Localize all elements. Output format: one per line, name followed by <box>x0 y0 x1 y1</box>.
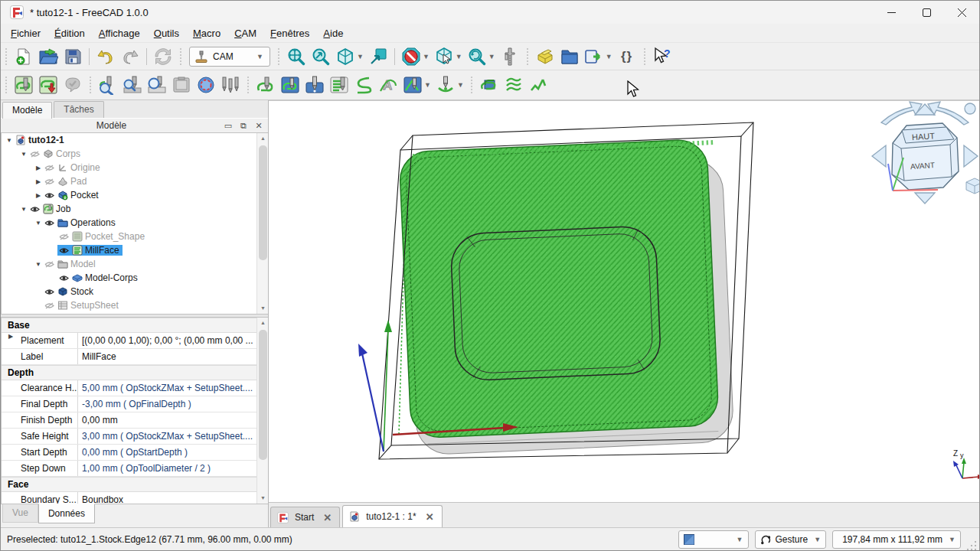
tree-row-stock[interactable]: Stock <box>2 285 268 298</box>
cam-face-button[interactable] <box>327 73 351 96</box>
tree-row-model[interactable]: ▼ Model <box>2 257 268 271</box>
minimize-button[interactable] <box>874 1 909 24</box>
undo-button[interactable] <box>93 45 118 68</box>
new-document-button[interactable] <box>11 45 36 68</box>
menu-macro[interactable]: Macro <box>186 25 227 41</box>
cam-engrave-button[interactable]: A <box>376 73 400 96</box>
zoom-selection-button[interactable] <box>309 45 333 68</box>
navigation-style-selector[interactable]: Gesture ▼ <box>755 530 827 549</box>
tree-row-pocket-shape[interactable]: Pocket_Shape <box>2 230 268 243</box>
measure-button[interactable] <box>498 45 522 68</box>
toolbar-handle[interactable] <box>88 77 93 93</box>
toolbar-handle[interactable] <box>246 77 250 93</box>
expander-icon[interactable]: ▼ <box>19 206 28 213</box>
scroll-up-icon[interactable]: ▲ <box>257 133 268 144</box>
cam-helix-button[interactable] <box>351 73 376 96</box>
expander-icon[interactable]: ▶ <box>8 333 13 340</box>
cam-probe-button[interactable] <box>194 73 218 96</box>
3d-viewport[interactable]: HAUT AVANT <box>269 100 979 502</box>
expression-editor-button[interactable]: {} <box>615 45 639 68</box>
create-part-button[interactable] <box>533 45 557 68</box>
expander-icon[interactable]: ▶ <box>34 192 43 199</box>
menu-outils[interactable]: Outils <box>147 25 186 41</box>
tree-scrollbar[interactable]: ▲ ▼ <box>256 133 268 314</box>
cam-inspect-gcode-button[interactable] <box>96 73 120 96</box>
toolbar-handle[interactable] <box>525 48 530 65</box>
tab-donnees[interactable]: Données <box>38 504 95 523</box>
cam-drilling-button[interactable] <box>302 73 327 96</box>
fit-all-button[interactable] <box>284 45 309 68</box>
cam-array-button[interactable] <box>477 73 501 96</box>
toolbar-handle[interactable] <box>178 48 183 65</box>
selection-view-button[interactable]: ▼ <box>432 45 465 68</box>
navigation-cube[interactable]: HAUT AVANT <box>872 102 979 204</box>
menu-aide[interactable]: Aide <box>316 25 350 41</box>
whats-this-button[interactable]: ? <box>650 45 675 68</box>
expander-icon[interactable]: ▶ <box>34 178 43 185</box>
property-group[interactable]: Base <box>2 318 268 333</box>
toolbar-handle[interactable] <box>469 77 474 93</box>
toolbar-handle[interactable] <box>642 48 647 65</box>
cam-copy-button[interactable] <box>501 73 526 96</box>
toolbar-handle[interactable] <box>4 48 8 65</box>
workbench-selector[interactable]: CAM ▼ <box>189 47 270 67</box>
tab-vue[interactable]: Vue <box>2 504 38 523</box>
toolbar-handle[interactable] <box>4 77 8 93</box>
dock-float-icon[interactable]: ⧉ <box>237 121 250 131</box>
expander-icon[interactable]: ▼ <box>34 220 43 227</box>
menu-fichier[interactable]: Fichier <box>4 25 47 41</box>
cam-simple-copy-button[interactable] <box>526 73 550 96</box>
tree-row-origine[interactable]: ▶ Origine <box>2 161 268 174</box>
expander-icon[interactable]: ▼ <box>34 261 43 268</box>
mdi-tab-document[interactable]: tuto12-1 : 1* ✕ <box>342 505 442 527</box>
dock-minimize-icon[interactable]: ▭ <box>222 121 234 131</box>
dock-close-icon[interactable]: ✕ <box>253 121 265 131</box>
menu-fenetres[interactable]: Fenêtres <box>263 25 316 41</box>
close-tab-icon[interactable]: ✕ <box>322 512 333 523</box>
tree-row-pocket[interactable]: ▶ Pocket <box>2 188 268 202</box>
tree-row-operations[interactable]: ▼ Operations <box>2 216 268 230</box>
menu-cam[interactable]: CAM <box>227 25 263 41</box>
tree-row-corps[interactable]: ▼ Corps <box>2 147 268 161</box>
scroll-down-icon[interactable]: ▼ <box>257 493 268 504</box>
scroll-up-icon[interactable]: ▲ <box>257 318 268 328</box>
cam-profile-button[interactable] <box>253 73 278 96</box>
scroll-down-icon[interactable]: ▼ <box>257 303 268 314</box>
expander-icon[interactable]: ▼ <box>19 151 28 158</box>
property-scrollbar[interactable]: ▲ ▼ <box>256 318 268 504</box>
menu-edition[interactable]: Édition <box>47 25 92 41</box>
cam-job-button[interactable] <box>11 73 36 96</box>
make-link-button[interactable]: ▼ <box>582 45 615 68</box>
window-resize-grip[interactable] <box>967 540 978 550</box>
open-document-button[interactable] <box>36 45 60 68</box>
viewport-dimensions-selector[interactable]: 197,84 mm x 111,92 mm ▼ <box>832 530 961 549</box>
zoom-tools-button[interactable]: ▼ <box>465 45 498 68</box>
mdi-tab-start[interactable]: Start ✕ <box>270 507 340 527</box>
close-button[interactable] <box>944 1 979 24</box>
isometric-view-button[interactable]: ▼ <box>333 45 366 68</box>
tab-modele[interactable]: Modèle <box>2 102 52 119</box>
tree-row-pad[interactable]: ▶ Pad <box>2 174 268 188</box>
maximize-button[interactable] <box>909 1 944 24</box>
menu-affichage[interactable]: Affichage <box>92 25 147 41</box>
create-group-button[interactable] <box>557 45 582 68</box>
cam-pocket-button[interactable] <box>278 73 302 96</box>
tab-taches[interactable]: Tâches <box>54 101 103 118</box>
tree-row-document[interactable]: ▼ tuto12-1 <box>2 133 268 147</box>
tree-row-model-corps[interactable]: Model-Corps <box>2 271 268 285</box>
tree-row-millface[interactable]: MillFace <box>2 243 268 257</box>
close-tab-icon[interactable]: ✕ <box>424 511 436 523</box>
cam-simulator-button[interactable] <box>120 73 145 96</box>
refresh-button[interactable] <box>151 45 175 68</box>
property-group[interactable]: Depth <box>2 365 268 380</box>
cam-simulator-gl-button[interactable] <box>145 73 169 96</box>
cam-deburr-button[interactable]: ▼ <box>433 73 466 96</box>
cam-stock-button[interactable] <box>169 73 194 96</box>
tree-row-job[interactable]: ▼ Job <box>2 202 268 216</box>
cam-sanity-check-button[interactable] <box>60 73 85 96</box>
cam-toolbit-dock-button[interactable] <box>218 73 243 96</box>
toolbar-handle[interactable] <box>276 48 281 65</box>
redo-button[interactable] <box>118 45 142 68</box>
expander-icon[interactable]: ▼ <box>5 137 14 144</box>
cam-post-process-button[interactable] <box>36 73 60 96</box>
